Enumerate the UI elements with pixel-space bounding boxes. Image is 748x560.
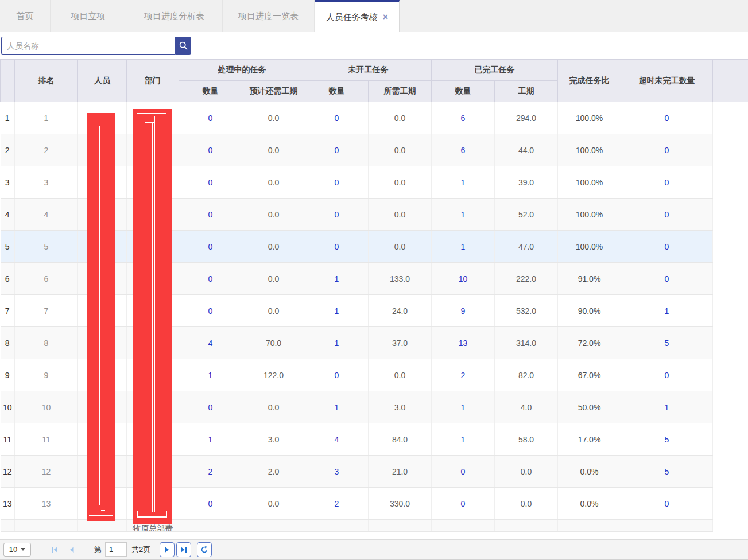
cell-empty <box>369 520 432 532</box>
col-header-overdue[interactable]: 超时未完工数量 <box>621 60 713 102</box>
cell-ns_count: 3 <box>305 456 369 488</box>
refresh-icon <box>200 546 208 554</box>
cell-filler <box>713 359 748 391</box>
last-page-button[interactable] <box>176 542 191 557</box>
cell-done_count: 0 <box>432 488 495 520</box>
col-header-inprogress-count[interactable]: 数量 <box>179 81 242 102</box>
cell-in_days: 3.0 <box>242 423 305 456</box>
first-page-button[interactable] <box>47 542 62 557</box>
cell-overdue: 5 <box>621 327 713 359</box>
cell-done_count: 13 <box>432 327 495 359</box>
cell-in_days: 0.0 <box>242 231 305 263</box>
cell-ratio: 50.0% <box>558 391 621 423</box>
cell-ns_count: 1 <box>305 295 369 327</box>
cell-rank: 3 <box>15 166 78 199</box>
tab-label: 项目立项 <box>71 11 106 22</box>
cell-filler <box>713 520 748 532</box>
cell-done_days: 58.0 <box>495 423 558 456</box>
search-box <box>1 37 191 55</box>
page-number-input[interactable] <box>105 542 127 557</box>
cell-no: 7 <box>1 295 15 327</box>
col-header-rank[interactable]: 排名 <box>15 60 78 102</box>
cell-no: 5 <box>1 231 15 263</box>
cell-ns_days: 37.0 <box>369 327 432 359</box>
col-header-filler <box>713 60 748 102</box>
search-button[interactable] <box>175 37 191 55</box>
col-header-rownum <box>1 60 15 102</box>
cell-in_count: 0 <box>179 166 242 199</box>
chevron-down-icon <box>21 548 25 551</box>
table-row-partial[interactable]: 牧原总部费 <box>1 520 748 532</box>
cell-no: 9 <box>1 359 15 391</box>
cell-rank: 10 <box>15 391 78 423</box>
col-header-inprogress-days[interactable]: 预计还需工期 <box>242 81 305 102</box>
cell-no: 1 <box>1 102 15 134</box>
col-header-notstarted-count[interactable]: 数量 <box>305 81 369 102</box>
cell-done_count: 1 <box>432 423 495 456</box>
col-header-done-days[interactable]: 工期 <box>495 81 558 102</box>
cell-empty <box>78 520 127 532</box>
cell-ns_count: 0 <box>305 199 369 231</box>
cell-rank: 9 <box>15 359 78 391</box>
first-page-icon <box>51 546 59 554</box>
cell-in_count: 1 <box>179 423 242 456</box>
search-input[interactable] <box>1 37 175 55</box>
next-page-icon <box>163 546 171 554</box>
cell-done_days: 314.0 <box>495 327 558 359</box>
cell-ns_count: 0 <box>305 231 369 263</box>
tab-project-initiation[interactable]: 项目立项 <box>51 0 126 32</box>
cell-ns_days: 21.0 <box>369 456 432 488</box>
table-header: 排名 人员 部门 处理中的任务 未开工任务 已完工任务 完成任务比 超时未完工数… <box>1 60 748 102</box>
cell-in_count: 0 <box>179 488 242 520</box>
cell-empty <box>495 520 558 532</box>
cell-done_days: 4.0 <box>495 391 558 423</box>
cell-in_days: 0.0 <box>242 134 305 166</box>
cell-rank: 5 <box>15 231 78 263</box>
col-header-person[interactable]: 人员 <box>78 60 127 102</box>
cell-rank: 8 <box>15 327 78 359</box>
next-page-button[interactable] <box>160 542 175 557</box>
cell-overdue: 0 <box>621 231 713 263</box>
cell-in_days: 0.0 <box>242 295 305 327</box>
redaction-dept-column <box>133 109 172 524</box>
cell-empty <box>242 520 305 532</box>
cell-filler <box>713 391 748 423</box>
page-size-value: 10 <box>9 545 17 554</box>
cell-ratio: 72.0% <box>558 327 621 359</box>
cell-in_days: 0.0 <box>242 488 305 520</box>
cell-done_count: 10 <box>432 263 495 295</box>
cell-no: 6 <box>1 263 15 295</box>
col-header-done-count[interactable]: 数量 <box>432 81 495 102</box>
col-header-dept[interactable]: 部门 <box>127 60 179 102</box>
cell-in_days: 0.0 <box>242 391 305 423</box>
cell-done_days: 47.0 <box>495 231 558 263</box>
cell-overdue: 0 <box>621 199 713 231</box>
search-row <box>0 32 748 59</box>
tab-progress-overview[interactable]: 项目进度一览表 <box>223 0 315 32</box>
cell-filler <box>713 231 748 263</box>
cell-done_days: 44.0 <box>495 134 558 166</box>
page-size-select[interactable]: 10 <box>3 543 31 557</box>
col-header-completion-ratio[interactable]: 完成任务比 <box>558 60 621 102</box>
col-header-notstarted-days[interactable]: 所需工期 <box>369 81 432 102</box>
cell-rank: 7 <box>15 295 78 327</box>
cell-in_count: 0 <box>179 231 242 263</box>
cell-done_days: 294.0 <box>495 102 558 134</box>
cell-ns_days: 0.0 <box>369 359 432 391</box>
tab-home[interactable]: 首页 <box>0 0 51 32</box>
cell-filler <box>713 263 748 295</box>
close-icon[interactable]: × <box>383 13 388 22</box>
tab-personnel-assessment[interactable]: 人员任务考核 × <box>315 0 400 33</box>
cell-overdue: 0 <box>621 134 713 166</box>
tab-progress-analysis[interactable]: 项目进度分析表 <box>126 0 223 32</box>
total-pages-label: 共2页 <box>131 545 150 555</box>
cell-empty <box>1 520 15 532</box>
cell-ns_count: 1 <box>305 263 369 295</box>
cell-ratio: 100.0% <box>558 102 621 134</box>
cell-in_days: 2.0 <box>242 456 305 488</box>
cell-done_count: 1 <box>432 231 495 263</box>
cell-done_days: 532.0 <box>495 295 558 327</box>
refresh-button[interactable] <box>197 542 212 557</box>
prev-page-button[interactable] <box>64 542 79 557</box>
cell-no: 4 <box>1 199 15 231</box>
